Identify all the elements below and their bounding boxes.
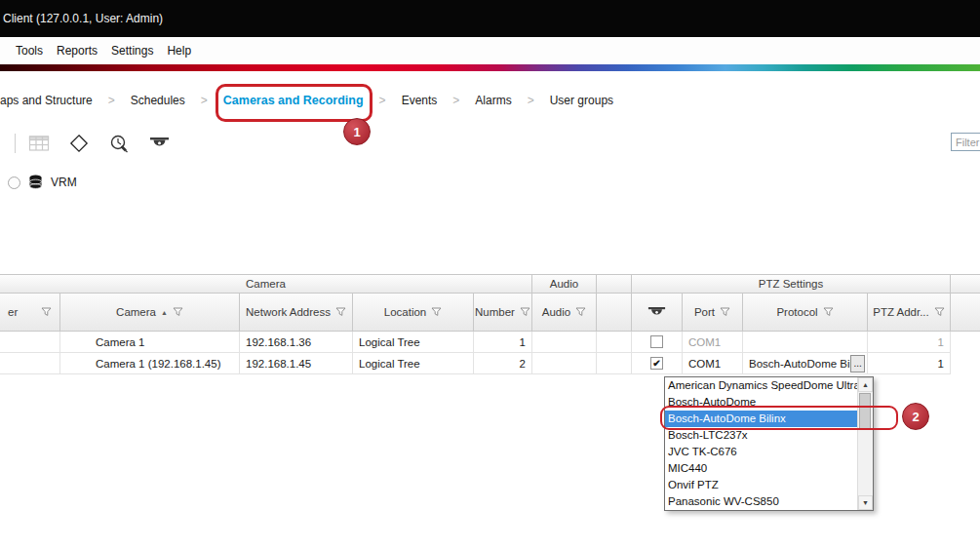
recording-settings-button[interactable]	[107, 132, 131, 155]
filter-icon[interactable]	[575, 307, 586, 317]
column-header-network-address[interactable]: Network Address	[240, 294, 353, 332]
table-row: Camera 1 192.168.1.36 Logical Tree 1 COM…	[0, 332, 980, 353]
dropdown-item[interactable]: Bosch-AutoDome	[665, 394, 857, 411]
menu-item-tools[interactable]: Tools	[9, 44, 50, 58]
menu-item-help[interactable]: Help	[160, 44, 198, 58]
column-label: Network Address	[246, 306, 331, 318]
column-label: Location	[384, 306, 426, 318]
scroll-down-button[interactable]: ▼	[858, 495, 873, 510]
dropdown-item[interactable]: MIC440	[665, 460, 857, 477]
cell-ptz-enable[interactable]: ✔	[632, 353, 683, 374]
protocol-value: Bosch-AutoDome Bil...	[749, 358, 850, 370]
chevron-right-icon: >	[528, 94, 534, 107]
cell-audio[interactable]	[532, 332, 597, 353]
dropdown-item[interactable]: Bosch-LTC237x	[665, 427, 857, 444]
filter-icon[interactable]	[520, 307, 530, 317]
column-header-ptz-enable[interactable]	[632, 294, 683, 332]
nav-item-schedules[interactable]: Schedules	[131, 94, 185, 107]
dropdown-item-selected[interactable]: Bosch-AutoDome Bilinx	[665, 411, 857, 427]
chevron-right-icon: >	[379, 94, 386, 107]
nav-item-user-groups[interactable]: User groups	[550, 94, 613, 107]
cell-ptz-enable[interactable]	[632, 332, 683, 353]
cell-number[interactable]: 1	[474, 332, 532, 353]
cell-trailing	[951, 353, 980, 374]
vrm-label: VRM	[51, 176, 77, 189]
cell-ptz-address[interactable]: 1	[868, 353, 951, 374]
clock-edit-icon	[109, 134, 129, 153]
dome-camera-icon	[149, 137, 170, 149]
cell-port[interactable]: COM1	[683, 332, 743, 353]
cell-protocol[interactable]: Bosch-AutoDome Bil... ...	[743, 353, 868, 374]
nav-item-maps-structure[interactable]: aps and Structure	[0, 94, 93, 107]
nav-item-events[interactable]: Events	[402, 94, 438, 107]
column-header-camera[interactable]: Camera ▲	[60, 294, 240, 332]
bvms-configuration-client: Client (127.0.0.1, User: Admin) Tools Re…	[0, 0, 980, 549]
dropdown-item[interactable]: Panasonic WV-CS850	[665, 493, 857, 510]
cell-audio[interactable]	[532, 353, 597, 374]
column-header-audio[interactable]: Audio	[532, 294, 597, 332]
group-header-camera: Camera	[0, 274, 532, 294]
cell-location[interactable]: Logical Tree	[353, 332, 474, 353]
cell-camera[interactable]: Camera 1	[60, 332, 240, 353]
scroll-thumb[interactable]	[859, 393, 871, 430]
cell-ptz-address[interactable]: 1	[868, 332, 951, 353]
table-view-button[interactable]	[27, 132, 51, 155]
table-group-header-row: Camera Audio PTZ Settings	[0, 274, 980, 294]
cell-location[interactable]: Logical Tree	[353, 353, 474, 374]
column-header-trailing	[951, 294, 980, 332]
cell-number[interactable]: 2	[474, 353, 532, 374]
dropdown-scrollbar[interactable]: ▲ ▼	[857, 377, 873, 510]
column-header-number[interactable]: Number	[474, 294, 532, 332]
nav-item-alarms[interactable]: Alarms	[475, 94, 511, 107]
brand-color-stripe	[0, 64, 980, 71]
filter-icon[interactable]	[823, 307, 834, 317]
cell-encoder[interactable]	[0, 353, 60, 374]
cell-encoder[interactable]	[0, 332, 60, 353]
cell-port[interactable]: COM1	[683, 353, 743, 374]
menu-item-settings[interactable]: Settings	[104, 44, 160, 58]
vrm-database-icon	[28, 175, 43, 190]
dropdown-item[interactable]: Onvif PTZ	[665, 477, 857, 493]
chevron-right-icon: >	[201, 94, 208, 107]
filter-icon[interactable]	[934, 307, 945, 317]
column-header-port[interactable]: Port	[683, 294, 743, 332]
cell-network-address[interactable]: 192.168.1.36	[240, 332, 353, 353]
stream-quality-button[interactable]	[67, 132, 91, 155]
column-label: Port	[694, 306, 715, 318]
ptz-dome-button[interactable]	[147, 132, 171, 155]
column-header-protocol[interactable]: Protocol	[743, 294, 868, 332]
scroll-up-button[interactable]: ▲	[858, 377, 873, 392]
annotation-step2-badge: 2	[902, 403, 929, 430]
filter-icon[interactable]	[431, 307, 442, 317]
cell-blank	[597, 332, 632, 353]
nav-item-cameras-recording[interactable]: Cameras and Recording	[223, 94, 364, 107]
column-header-blank	[597, 294, 632, 332]
protocol-ellipsis-button[interactable]: ...	[850, 355, 865, 373]
column-header-encoder[interactable]: er	[0, 294, 60, 332]
tree-item-vrm[interactable]: VRM	[8, 174, 77, 191]
menu-item-reports[interactable]: Reports	[50, 44, 104, 58]
column-label: PTZ Addr...	[873, 306, 929, 318]
sort-ascending-icon: ▲	[161, 309, 168, 316]
ptz-checkbox-checked[interactable]: ✔	[650, 357, 663, 370]
menu-bar: Tools Reports Settings Help	[0, 37, 980, 64]
diamond-icon	[69, 134, 89, 153]
column-header-ptz-address[interactable]: PTZ Addr...	[868, 294, 951, 332]
filter-icon[interactable]	[720, 307, 730, 317]
cell-camera[interactable]: Camera 1 (192.168.1.45)	[60, 353, 240, 374]
filter-icon[interactable]	[41, 307, 52, 317]
column-header-location[interactable]: Location	[353, 294, 474, 332]
filter-input[interactable]	[951, 133, 980, 151]
table-row: Camera 1 (192.168.1.45) 192.168.1.45 Log…	[0, 353, 980, 374]
dropdown-item[interactable]: JVC TK-C676	[665, 444, 857, 460]
ptz-checkbox-unchecked[interactable]	[650, 335, 663, 348]
cell-protocol[interactable]	[743, 332, 868, 353]
cell-network-address[interactable]: 192.168.1.45	[240, 353, 353, 374]
vrm-radio-button[interactable]	[8, 176, 20, 189]
dropdown-item[interactable]: American Dynamics SpeedDome Ultra	[665, 377, 857, 394]
group-header-blank	[597, 274, 632, 294]
column-label: Protocol	[776, 306, 817, 318]
group-header-trailing	[951, 274, 980, 294]
filter-icon[interactable]	[173, 307, 183, 317]
filter-icon[interactable]	[335, 307, 346, 317]
